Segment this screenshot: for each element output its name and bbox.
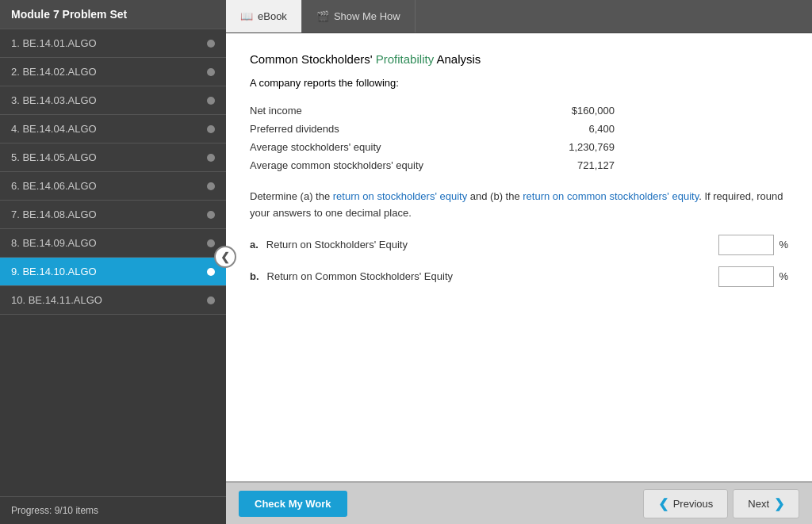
sidebar-item-label: 10. BE.14.11.ALGO [11, 294, 102, 306]
question-percent: % [779, 270, 788, 282]
previous-label: Previous [673, 498, 714, 510]
sidebar-item-5[interactable]: 5. BE.14.05.ALGO [0, 143, 226, 172]
main-content: Common Stockholders' Profitability Analy… [226, 33, 812, 481]
sidebar-collapse-button[interactable]: ❮ [214, 246, 236, 268]
sidebar-footer: Progress: 9/10 items [0, 496, 226, 524]
ebook-label: eBook [258, 10, 287, 22]
data-row: Preferred dividends6,400 [250, 120, 788, 138]
sidebar-dot [207, 154, 215, 162]
sidebar-item-label: 3. BE.14.03.ALGO [11, 94, 97, 106]
questions-container: a. Return on Stockholders' Equity % b. R… [250, 235, 788, 287]
data-value: 1,230,769 [519, 141, 615, 153]
sidebar-item-2[interactable]: 2. BE.14.02.ALGO [0, 58, 226, 86]
data-label: Average common stockholders' equity [250, 159, 519, 171]
sidebar-dot [207, 182, 215, 190]
sidebar-item-label: 4. BE.14.04.ALGO [11, 123, 97, 135]
data-table: Net income$160,000Preferred dividends6,4… [250, 101, 788, 174]
data-label: Preferred dividends [250, 123, 519, 135]
chevron-left-icon: ❮ [220, 251, 230, 263]
nav-buttons: ❮ Previous Next ❯ [643, 489, 799, 518]
question-text: Return on Stockholders' Equity [266, 239, 711, 251]
video-icon: 🎬 [316, 10, 329, 22]
ebook-icon: 📖 [240, 10, 253, 22]
sidebar-dot [207, 211, 215, 219]
data-row: Average common stockholders' equity721,1… [250, 156, 788, 174]
next-label: Next [748, 498, 769, 510]
question-input-1[interactable] [718, 235, 774, 255]
data-value: $160,000 [519, 105, 615, 117]
question-percent: % [779, 239, 788, 251]
sidebar-item-label: 1. BE.14.01.ALGO [11, 37, 97, 49]
data-row: Average stockholders' equity1,230,769 [250, 138, 788, 156]
intro-text: A company reports the following: [250, 77, 788, 89]
show-me-how-label: Show Me How [334, 10, 400, 22]
sidebar-item-label: 2. BE.14.02.ALGO [11, 66, 97, 78]
question-letter: b. [250, 270, 259, 282]
sidebar-item-label: 7. BE.14.08.ALGO [11, 208, 97, 220]
sidebar-item-7[interactable]: 7. BE.14.08.ALGO [0, 201, 226, 229]
data-value: 721,127 [519, 159, 615, 171]
instructions: Determine (a) the return on stockholders… [250, 189, 788, 222]
bottom-bar: Check My Work ❮ Previous Next ❯ [226, 481, 812, 524]
sidebar-item-9[interactable]: 9. BE.14.10.ALGO [0, 258, 226, 286]
show-me-how-tab[interactable]: 🎬 Show Me How [302, 0, 416, 33]
ebook-tab[interactable]: 📖 eBook [226, 0, 302, 33]
question-input-2[interactable] [718, 266, 774, 287]
next-button[interactable]: Next ❯ [733, 489, 799, 518]
sidebar-item-3[interactable]: 3. BE.14.03.ALGO [0, 86, 226, 115]
sidebar-item-6[interactable]: 6. BE.14.06.ALGO [0, 172, 226, 201]
sidebar-item-8[interactable]: 8. BE.14.09.ALGO [0, 229, 226, 258]
sidebar-dot [207, 97, 215, 105]
sidebar-item-label: 6. BE.14.06.ALGO [11, 180, 97, 192]
data-label: Net income [250, 105, 519, 117]
sidebar-list: 1. BE.14.01.ALGO2. BE.14.02.ALGO3. BE.14… [0, 29, 226, 496]
title-prefix: Common Stockholders' [250, 52, 376, 66]
sidebar-dot [207, 268, 215, 276]
sidebar-item-label: 5. BE.14.05.ALGO [11, 151, 97, 163]
instructions-mid: and (b) the [467, 190, 523, 202]
sidebar: Module 7 Problem Set 1. BE.14.01.ALGO2. … [0, 0, 226, 524]
sidebar-item-label: 9. BE.14.10.ALGO [11, 266, 97, 277]
question-row-2: b. Return on Common Stockholders' Equity… [250, 266, 788, 287]
sidebar-item-10[interactable]: 10. BE.14.11.ALGO [0, 286, 226, 315]
data-label: Average stockholders' equity [250, 141, 519, 153]
data-row: Net income$160,000 [250, 101, 788, 120]
link-a[interactable]: return on stockholders' equity [333, 190, 467, 202]
sidebar-item-label: 8. BE.14.09.ALGO [11, 237, 97, 249]
sidebar-dot [207, 296, 215, 304]
next-chevron-icon: ❯ [774, 496, 784, 511]
previous-chevron-icon: ❮ [658, 496, 668, 511]
sidebar-item-1[interactable]: 1. BE.14.01.ALGO [0, 29, 226, 58]
link-b[interactable]: return on common stockholders' equity [523, 190, 699, 202]
content-wrapper: 📖 eBook 🎬 Show Me How Common Stockholder… [226, 0, 812, 524]
sidebar-dot [207, 239, 215, 247]
data-value: 6,400 [519, 123, 615, 135]
check-my-work-button[interactable]: Check My Work [239, 491, 347, 517]
question-row-1: a. Return on Stockholders' Equity % [250, 235, 788, 255]
top-nav: 📖 eBook 🎬 Show Me How [226, 0, 812, 33]
sidebar-item-4[interactable]: 4. BE.14.04.ALGO [0, 115, 226, 143]
question-letter: a. [250, 239, 259, 251]
previous-button[interactable]: ❮ Previous [643, 489, 729, 518]
page-title: Common Stockholders' Profitability Analy… [250, 52, 788, 66]
sidebar-dot [207, 68, 215, 76]
question-text: Return on Common Stockholders' Equity [267, 270, 711, 282]
title-suffix: Analysis [434, 52, 481, 66]
sidebar-header: Module 7 Problem Set [0, 0, 226, 29]
sidebar-dot [207, 125, 215, 133]
title-highlight[interactable]: Profitability [376, 52, 434, 66]
instructions-prefix: Determine (a) the [250, 190, 333, 202]
sidebar-dot [207, 40, 215, 48]
